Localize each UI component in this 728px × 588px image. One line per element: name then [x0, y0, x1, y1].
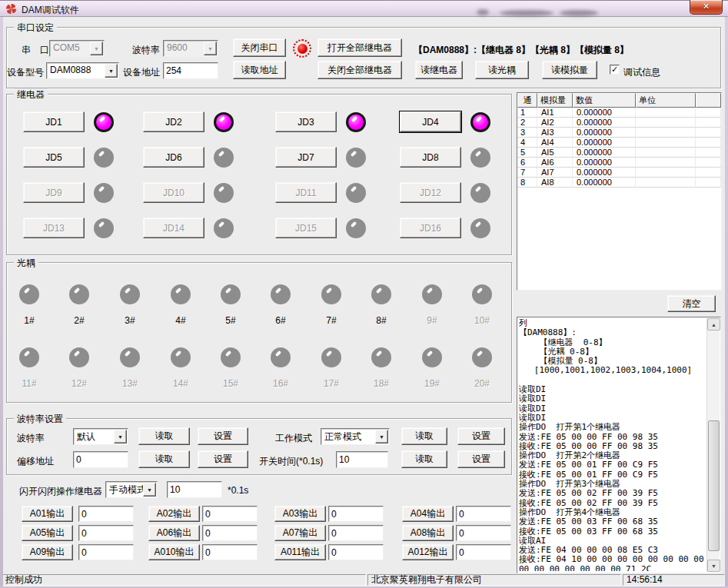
close-all-relays-button[interactable]: 关闭全部继电器	[317, 61, 402, 79]
read-addr-button[interactable]: 读取地址	[233, 61, 286, 79]
work-mode-combo[interactable]: 正常模式 ▼	[321, 428, 390, 445]
output-input-a09[interactable]	[78, 544, 134, 560]
output-button-a03[interactable]: A03输出	[274, 506, 326, 522]
clear-log-button[interactable]: 清空	[667, 295, 716, 312]
output-button-a010[interactable]: A010输出	[148, 544, 200, 560]
output-input-a04[interactable]	[456, 506, 511, 522]
table-cell	[636, 178, 696, 188]
baud-combo[interactable]: 默认 ▼	[73, 428, 128, 445]
switch-time-set-button[interactable]: 设置	[457, 450, 505, 468]
relay-group-title: 继电器	[14, 88, 48, 101]
read-relay-button[interactable]: 读继电器	[415, 61, 463, 79]
output-input-a03[interactable]	[328, 506, 384, 522]
relay-button-jd1[interactable]: JD1	[23, 111, 85, 132]
output-input-a06[interactable]	[202, 525, 258, 541]
switch-time-input[interactable]	[336, 451, 388, 468]
relay-button-jd10[interactable]: JD10	[143, 182, 204, 203]
baud-read-button[interactable]: 读取	[138, 427, 190, 445]
table-cell: 5	[517, 148, 537, 158]
output-input-a012[interactable]	[456, 544, 511, 560]
read-analog-button[interactable]: 读模拟量	[542, 61, 597, 79]
output-button-a08[interactable]: A08输出	[402, 525, 454, 541]
output-input-a05[interactable]	[78, 525, 134, 541]
relay-button-jd16[interactable]: JD16	[400, 218, 461, 238]
relay-button-jd11[interactable]: JD11	[275, 182, 337, 203]
opto-label-11: 11#	[22, 378, 36, 389]
relay-button-jd14[interactable]: JD14	[143, 218, 204, 238]
output-input-a01[interactable]	[78, 506, 134, 522]
relay-button-jd8[interactable]: JD8	[400, 147, 461, 168]
flash-mode-combo[interactable]: 手动模式 ▼	[105, 481, 158, 498]
opto-channel-10: 10#	[465, 284, 499, 326]
baudrate-combo[interactable]: 9600 ▼	[163, 40, 218, 57]
opto-channel-13: 13#	[113, 347, 147, 389]
switch-time-read-button[interactable]: 读取	[401, 450, 447, 468]
output-input-a011[interactable]	[328, 544, 384, 560]
table-cell	[636, 148, 696, 158]
opto-channel-16: 16#	[264, 347, 298, 389]
output-button-a06[interactable]: A06输出	[148, 525, 200, 541]
table-cell	[696, 158, 721, 168]
flash-time-input[interactable]	[167, 481, 222, 498]
opto-channel-8: 8#	[364, 284, 398, 326]
table-cell: 0.000000	[573, 148, 636, 158]
chevron-down-icon[interactable]: ▼	[143, 483, 156, 497]
offset-read-button[interactable]: 读取	[138, 450, 190, 468]
port-label: 串 口	[22, 44, 49, 57]
relay-button-jd6[interactable]: JD6	[143, 147, 204, 168]
output-button-a09[interactable]: A09输出	[22, 544, 73, 560]
window-border-right	[725, 17, 728, 588]
output-button-a01[interactable]: A01输出	[22, 506, 73, 522]
analog-table-header-blank	[696, 93, 721, 108]
output-input-a08[interactable]	[456, 525, 511, 541]
close-button[interactable]: ✕	[690, 0, 723, 15]
relay-button-jd7[interactable]: JD7	[275, 147, 337, 168]
scroll-up-button[interactable]: ▲	[707, 318, 720, 331]
chevron-down-icon[interactable]: ▼	[90, 42, 103, 55]
output-button-a04[interactable]: A04输出	[402, 506, 454, 522]
log-scrollbar[interactable]: ▲ ▼	[706, 318, 720, 572]
chevron-down-icon[interactable]: ▼	[105, 64, 118, 78]
output-button-a011[interactable]: A011输出	[274, 544, 326, 560]
port-combo[interactable]: COM5 ▼	[49, 40, 105, 57]
offset-set-button[interactable]: 设置	[198, 450, 248, 468]
output-input-a010[interactable]	[202, 544, 258, 560]
device-model-combo[interactable]: DAM0888 ▼	[46, 62, 119, 79]
output-button-a012[interactable]: A012输出	[402, 544, 454, 560]
read-opto-button[interactable]: 读光耦	[475, 61, 529, 79]
chevron-down-icon[interactable]: ▼	[114, 430, 127, 443]
scroll-thumb[interactable]	[708, 420, 720, 551]
relay-button-jd12[interactable]: JD12	[400, 182, 461, 203]
table-cell	[636, 108, 696, 118]
opto-light-4	[171, 284, 191, 304]
relay-button-jd15[interactable]: JD15	[275, 218, 337, 238]
offset-addr-input[interactable]	[73, 451, 128, 468]
relay-button-jd5[interactable]: JD5	[23, 147, 85, 168]
output-input-a02[interactable]	[202, 506, 258, 522]
chevron-down-icon[interactable]: ▼	[204, 42, 217, 55]
relay-jd15: JD15	[275, 218, 366, 238]
opto-label-16: 16#	[273, 378, 288, 389]
output-button-a07[interactable]: A07输出	[274, 525, 326, 541]
output-button-a02[interactable]: A02输出	[148, 506, 200, 522]
scroll-down-button[interactable]: ▼	[707, 560, 720, 572]
device-addr-input[interactable]	[163, 62, 218, 79]
work-mode-set-button[interactable]: 设置	[457, 427, 505, 445]
chevron-down-icon[interactable]: ▼	[375, 430, 388, 443]
relay-button-jd9[interactable]: JD9	[23, 182, 85, 203]
close-port-button[interactable]: 关闭串口	[233, 38, 286, 57]
output-button-a05[interactable]: A05输出	[22, 525, 73, 541]
relay-button-jd13[interactable]: JD13	[23, 218, 85, 238]
debug-info-checkbox[interactable]: ✓	[610, 65, 620, 75]
switch-time-label: 开关时间(*0.1s)	[259, 455, 323, 468]
relay-jd2: JD2	[143, 111, 234, 132]
baud-set-button[interactable]: 设置	[198, 427, 248, 445]
table-cell: AI7	[537, 168, 573, 178]
flash-relay-label: 闪开闪闭操作继电器	[19, 485, 102, 498]
open-all-relays-button[interactable]: 打开全部继电器	[317, 38, 402, 57]
work-mode-read-button[interactable]: 读取	[401, 427, 447, 445]
relay-button-jd4[interactable]: JD4	[400, 111, 461, 132]
output-input-a07[interactable]	[328, 525, 384, 541]
relay-button-jd2[interactable]: JD2	[143, 111, 204, 132]
relay-button-jd3[interactable]: JD3	[275, 111, 337, 132]
